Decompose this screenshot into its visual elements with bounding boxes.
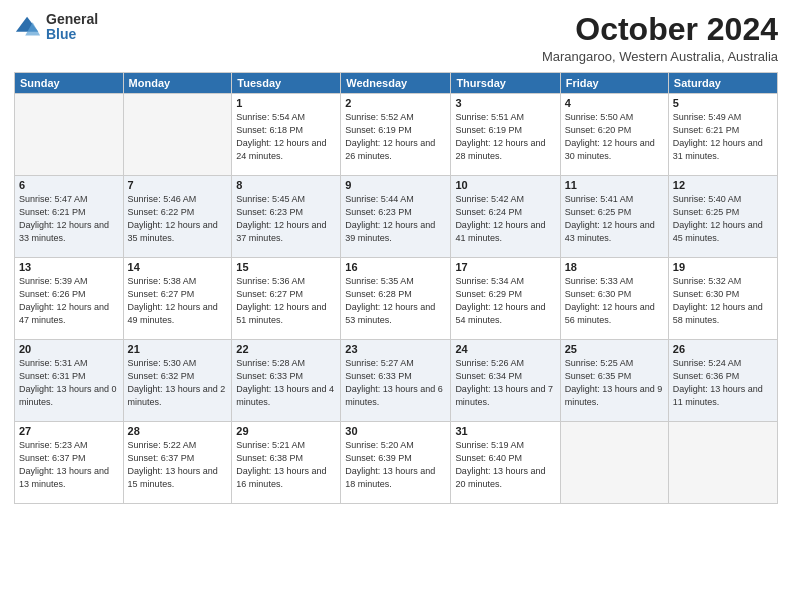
day-info: Sunrise: 5:42 AM Sunset: 6:24 PM Dayligh… — [455, 193, 555, 245]
calendar-cell: 29Sunrise: 5:21 AM Sunset: 6:38 PM Dayli… — [232, 422, 341, 504]
day-number: 5 — [673, 97, 773, 109]
calendar-cell: 18Sunrise: 5:33 AM Sunset: 6:30 PM Dayli… — [560, 258, 668, 340]
day-info: Sunrise: 5:32 AM Sunset: 6:30 PM Dayligh… — [673, 275, 773, 327]
day-info: Sunrise: 5:20 AM Sunset: 6:39 PM Dayligh… — [345, 439, 446, 491]
day-info: Sunrise: 5:46 AM Sunset: 6:22 PM Dayligh… — [128, 193, 228, 245]
day-number: 15 — [236, 261, 336, 273]
day-info: Sunrise: 5:40 AM Sunset: 6:25 PM Dayligh… — [673, 193, 773, 245]
day-info: Sunrise: 5:22 AM Sunset: 6:37 PM Dayligh… — [128, 439, 228, 491]
day-number: 28 — [128, 425, 228, 437]
calendar-cell: 11Sunrise: 5:41 AM Sunset: 6:25 PM Dayli… — [560, 176, 668, 258]
day-number: 9 — [345, 179, 446, 191]
day-number: 10 — [455, 179, 555, 191]
calendar-cell: 19Sunrise: 5:32 AM Sunset: 6:30 PM Dayli… — [668, 258, 777, 340]
day-number: 23 — [345, 343, 446, 355]
day-number: 14 — [128, 261, 228, 273]
day-number: 20 — [19, 343, 119, 355]
calendar-cell: 21Sunrise: 5:30 AM Sunset: 6:32 PM Dayli… — [123, 340, 232, 422]
calendar-week-row: 13Sunrise: 5:39 AM Sunset: 6:26 PM Dayli… — [15, 258, 778, 340]
day-number: 17 — [455, 261, 555, 273]
day-number: 22 — [236, 343, 336, 355]
day-info: Sunrise: 5:54 AM Sunset: 6:18 PM Dayligh… — [236, 111, 336, 163]
day-info: Sunrise: 5:45 AM Sunset: 6:23 PM Dayligh… — [236, 193, 336, 245]
calendar-cell: 13Sunrise: 5:39 AM Sunset: 6:26 PM Dayli… — [15, 258, 124, 340]
calendar-cell: 23Sunrise: 5:27 AM Sunset: 6:33 PM Dayli… — [341, 340, 451, 422]
day-info: Sunrise: 5:47 AM Sunset: 6:21 PM Dayligh… — [19, 193, 119, 245]
calendar-cell: 14Sunrise: 5:38 AM Sunset: 6:27 PM Dayli… — [123, 258, 232, 340]
calendar-cell: 31Sunrise: 5:19 AM Sunset: 6:40 PM Dayli… — [451, 422, 560, 504]
calendar-week-row: 27Sunrise: 5:23 AM Sunset: 6:37 PM Dayli… — [15, 422, 778, 504]
col-thursday: Thursday — [451, 73, 560, 94]
logo-blue: Blue — [46, 27, 98, 42]
day-number: 8 — [236, 179, 336, 191]
day-number: 18 — [565, 261, 664, 273]
day-info: Sunrise: 5:52 AM Sunset: 6:19 PM Dayligh… — [345, 111, 446, 163]
calendar-cell: 6Sunrise: 5:47 AM Sunset: 6:21 PM Daylig… — [15, 176, 124, 258]
day-number: 3 — [455, 97, 555, 109]
day-info: Sunrise: 5:44 AM Sunset: 6:23 PM Dayligh… — [345, 193, 446, 245]
day-number: 29 — [236, 425, 336, 437]
calendar-cell: 15Sunrise: 5:36 AM Sunset: 6:27 PM Dayli… — [232, 258, 341, 340]
day-info: Sunrise: 5:41 AM Sunset: 6:25 PM Dayligh… — [565, 193, 664, 245]
calendar-header-row: Sunday Monday Tuesday Wednesday Thursday… — [15, 73, 778, 94]
day-info: Sunrise: 5:38 AM Sunset: 6:27 PM Dayligh… — [128, 275, 228, 327]
col-tuesday: Tuesday — [232, 73, 341, 94]
calendar-cell — [15, 94, 124, 176]
day-number: 25 — [565, 343, 664, 355]
calendar-cell: 24Sunrise: 5:26 AM Sunset: 6:34 PM Dayli… — [451, 340, 560, 422]
day-info: Sunrise: 5:25 AM Sunset: 6:35 PM Dayligh… — [565, 357, 664, 409]
calendar-cell: 25Sunrise: 5:25 AM Sunset: 6:35 PM Dayli… — [560, 340, 668, 422]
page-container: General Blue October 2024 Marangaroo, We… — [0, 0, 792, 612]
day-info: Sunrise: 5:36 AM Sunset: 6:27 PM Dayligh… — [236, 275, 336, 327]
calendar-week-row: 1Sunrise: 5:54 AM Sunset: 6:18 PM Daylig… — [15, 94, 778, 176]
day-number: 1 — [236, 97, 336, 109]
calendar-cell: 10Sunrise: 5:42 AM Sunset: 6:24 PM Dayli… — [451, 176, 560, 258]
calendar-week-row: 6Sunrise: 5:47 AM Sunset: 6:21 PM Daylig… — [15, 176, 778, 258]
day-number: 11 — [565, 179, 664, 191]
day-info: Sunrise: 5:26 AM Sunset: 6:34 PM Dayligh… — [455, 357, 555, 409]
day-number: 13 — [19, 261, 119, 273]
logo-general: General — [46, 12, 98, 27]
col-monday: Monday — [123, 73, 232, 94]
col-saturday: Saturday — [668, 73, 777, 94]
calendar-cell — [668, 422, 777, 504]
day-number: 27 — [19, 425, 119, 437]
calendar-cell: 4Sunrise: 5:50 AM Sunset: 6:20 PM Daylig… — [560, 94, 668, 176]
day-info: Sunrise: 5:33 AM Sunset: 6:30 PM Dayligh… — [565, 275, 664, 327]
calendar-cell: 27Sunrise: 5:23 AM Sunset: 6:37 PM Dayli… — [15, 422, 124, 504]
calendar-cell: 3Sunrise: 5:51 AM Sunset: 6:19 PM Daylig… — [451, 94, 560, 176]
day-number: 31 — [455, 425, 555, 437]
col-sunday: Sunday — [15, 73, 124, 94]
day-number: 19 — [673, 261, 773, 273]
day-info: Sunrise: 5:34 AM Sunset: 6:29 PM Dayligh… — [455, 275, 555, 327]
calendar-cell: 17Sunrise: 5:34 AM Sunset: 6:29 PM Dayli… — [451, 258, 560, 340]
day-number: 24 — [455, 343, 555, 355]
calendar-cell: 5Sunrise: 5:49 AM Sunset: 6:21 PM Daylig… — [668, 94, 777, 176]
day-info: Sunrise: 5:21 AM Sunset: 6:38 PM Dayligh… — [236, 439, 336, 491]
calendar-cell: 20Sunrise: 5:31 AM Sunset: 6:31 PM Dayli… — [15, 340, 124, 422]
calendar-cell: 9Sunrise: 5:44 AM Sunset: 6:23 PM Daylig… — [341, 176, 451, 258]
day-info: Sunrise: 5:27 AM Sunset: 6:33 PM Dayligh… — [345, 357, 446, 409]
calendar-cell: 26Sunrise: 5:24 AM Sunset: 6:36 PM Dayli… — [668, 340, 777, 422]
day-info: Sunrise: 5:28 AM Sunset: 6:33 PM Dayligh… — [236, 357, 336, 409]
col-wednesday: Wednesday — [341, 73, 451, 94]
day-info: Sunrise: 5:23 AM Sunset: 6:37 PM Dayligh… — [19, 439, 119, 491]
day-info: Sunrise: 5:50 AM Sunset: 6:20 PM Dayligh… — [565, 111, 664, 163]
day-number: 12 — [673, 179, 773, 191]
calendar-week-row: 20Sunrise: 5:31 AM Sunset: 6:31 PM Dayli… — [15, 340, 778, 422]
logo-text: General Blue — [46, 12, 98, 43]
calendar-cell: 2Sunrise: 5:52 AM Sunset: 6:19 PM Daylig… — [341, 94, 451, 176]
day-info: Sunrise: 5:51 AM Sunset: 6:19 PM Dayligh… — [455, 111, 555, 163]
calendar-cell: 30Sunrise: 5:20 AM Sunset: 6:39 PM Dayli… — [341, 422, 451, 504]
header: General Blue October 2024 Marangaroo, We… — [14, 12, 778, 64]
day-number: 26 — [673, 343, 773, 355]
month-title: October 2024 — [542, 12, 778, 47]
day-info: Sunrise: 5:31 AM Sunset: 6:31 PM Dayligh… — [19, 357, 119, 409]
day-number: 6 — [19, 179, 119, 191]
logo-icon — [14, 13, 42, 41]
title-section: October 2024 Marangaroo, Western Austral… — [542, 12, 778, 64]
day-info: Sunrise: 5:30 AM Sunset: 6:32 PM Dayligh… — [128, 357, 228, 409]
day-info: Sunrise: 5:24 AM Sunset: 6:36 PM Dayligh… — [673, 357, 773, 409]
calendar-cell: 8Sunrise: 5:45 AM Sunset: 6:23 PM Daylig… — [232, 176, 341, 258]
day-number: 4 — [565, 97, 664, 109]
